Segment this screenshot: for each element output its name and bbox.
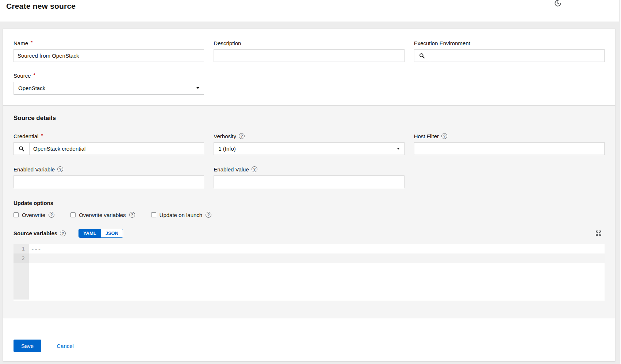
history-icon (554, 0, 562, 7)
overwrite-variables-option: Overwrite variables (70, 212, 135, 218)
overwrite-label[interactable]: Overwrite (22, 212, 45, 218)
execution-environment-input[interactable] (430, 49, 605, 62)
json-toggle-button[interactable]: JSON (101, 229, 123, 237)
verbosity-select-value: 1 (Info) (218, 146, 236, 152)
page-title: Create new source (6, 2, 76, 11)
execution-environment-label: Execution Environment (414, 40, 605, 46)
required-asterisk: * (34, 72, 35, 78)
form-row-1: Name * Description Execution Environment (14, 40, 605, 62)
form-row-2: Source * OpenStack (14, 72, 605, 94)
verbosity-select[interactable]: 1 (Info) (214, 142, 404, 155)
source-variables-header: Source variables YAML JSON (14, 228, 605, 238)
caret-down-icon (397, 148, 400, 150)
credential-input[interactable] (30, 142, 204, 155)
source-label: Source * (14, 72, 204, 79)
enabled-variable-input[interactable] (14, 175, 204, 188)
yaml-toggle-button[interactable]: YAML (79, 229, 101, 237)
enabled-value-field-group: Enabled Value (214, 166, 404, 188)
source-details-section: Source details Credential * (3, 105, 615, 318)
expand-icon (595, 230, 602, 236)
page-header: Create new source (0, 0, 621, 22)
source-variables-editor: 1 2 --- (14, 244, 605, 300)
source-select-value: OpenStack (18, 85, 45, 91)
update-options-row: Overwrite Overwrite variables Update on … (14, 211, 605, 219)
update-on-launch-checkbox[interactable] (151, 212, 156, 217)
editor-line-numbers: 1 2 (14, 244, 29, 300)
help-icon[interactable] (129, 212, 135, 218)
host-filter-input[interactable] (414, 142, 605, 155)
help-icon[interactable] (206, 212, 211, 218)
history-button[interactable] (553, 0, 563, 8)
enabled-value-input[interactable] (214, 175, 404, 188)
name-input[interactable] (14, 49, 204, 62)
code-line[interactable] (29, 253, 605, 263)
caret-down-icon (196, 87, 199, 89)
enabled-variable-field-group: Enabled Variable (14, 166, 204, 188)
source-details-row-1: Credential * (14, 133, 605, 155)
credential-label: Credential * (14, 133, 204, 139)
help-icon[interactable] (441, 133, 447, 139)
source-select[interactable]: OpenStack (14, 82, 204, 94)
source-details-heading: Source details (14, 115, 605, 122)
verbosity-label: Verbosity (214, 133, 404, 139)
editor-code-area[interactable]: --- (29, 244, 605, 300)
help-icon[interactable] (57, 166, 63, 172)
help-icon[interactable] (252, 166, 257, 172)
description-input[interactable] (214, 49, 404, 62)
search-icon (19, 146, 24, 152)
overwrite-variables-label[interactable]: Overwrite variables (79, 212, 126, 218)
code-line[interactable]: --- (29, 244, 605, 253)
credential-field-group: Credential * (14, 133, 204, 155)
source-field-group: Source * OpenStack (14, 72, 204, 94)
variables-mode-toggle: YAML JSON (78, 229, 123, 238)
help-icon[interactable] (239, 133, 245, 139)
update-options-heading: Update options (14, 200, 605, 206)
enabled-variable-label: Enabled Variable (14, 166, 204, 173)
name-field-group: Name * (14, 40, 204, 62)
description-field-group: Description (214, 40, 404, 62)
source-details-row-2: Enabled Variable Enabled Value (14, 166, 605, 188)
required-asterisk: * (31, 40, 32, 45)
host-filter-label: Host Filter (414, 133, 605, 139)
verbosity-field-group: Verbosity 1 (Info) (214, 133, 404, 155)
name-label: Name * (14, 40, 204, 46)
enabled-value-label: Enabled Value (214, 166, 404, 173)
expand-editor-button[interactable] (595, 229, 602, 237)
help-icon[interactable] (49, 212, 54, 218)
line-number: 1 (14, 244, 29, 253)
host-filter-field-group: Host Filter (414, 133, 605, 155)
update-on-launch-option: Update on launch (151, 212, 212, 218)
create-source-form-card: Name * Description Execution Environment (3, 28, 615, 361)
page-scrollbar[interactable] (619, 0, 621, 364)
search-icon (419, 53, 425, 59)
help-icon[interactable] (60, 231, 66, 236)
update-on-launch-label[interactable]: Update on launch (160, 212, 203, 218)
overwrite-variables-checkbox[interactable] (70, 212, 76, 217)
execution-environment-field-group: Execution Environment (414, 40, 605, 62)
line-number: 2 (14, 253, 29, 263)
execution-environment-search-button[interactable] (414, 49, 430, 62)
form-actions: Save Cancel (14, 318, 605, 352)
credential-search-button[interactable] (14, 142, 30, 155)
overwrite-option: Overwrite (14, 212, 54, 218)
overwrite-checkbox[interactable] (14, 212, 19, 217)
description-label: Description (214, 40, 404, 46)
source-variables-label: Source variables (14, 230, 57, 236)
save-button[interactable]: Save (14, 340, 41, 352)
required-asterisk: * (41, 133, 43, 138)
cancel-button[interactable]: Cancel (57, 343, 74, 349)
